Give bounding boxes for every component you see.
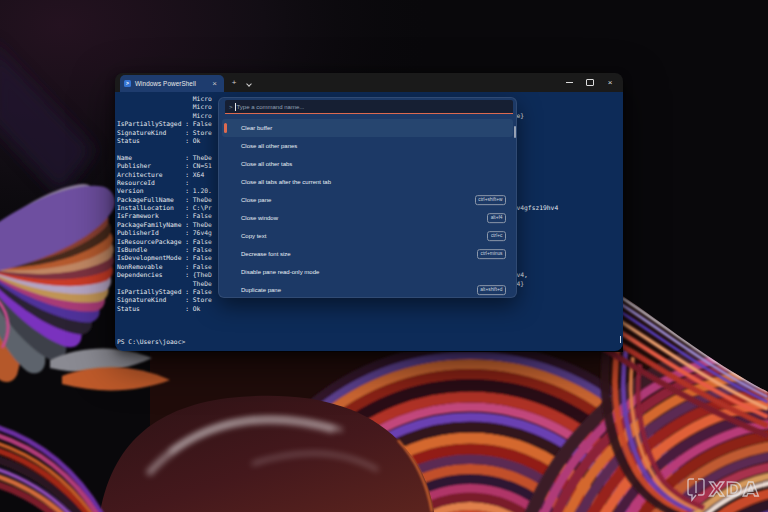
maximize-button[interactable]: [580, 73, 600, 92]
minimize-icon: [566, 82, 573, 83]
command-label: Close all tabs after the current tab: [241, 179, 331, 185]
terminal-line: [117, 322, 212, 330]
input-cursor: [235, 103, 236, 111]
command-label: Close all other panes: [241, 143, 297, 149]
minimize-button[interactable]: [559, 73, 579, 92]
shortcut-badge: ctrl+c: [487, 231, 506, 241]
terminal-line: SignatureKind : Store: [117, 129, 212, 137]
terminal-line: [117, 313, 212, 321]
terminal-line: IsDevelopmentMode : False: [117, 254, 212, 262]
terminal-line: [117, 330, 212, 338]
terminal-scrollbar-thumb[interactable]: [620, 336, 622, 343]
terminal-line: Dependencies : {TheD: [117, 271, 212, 279]
command-palette: > Type a command name... Clear bufferClo…: [218, 97, 517, 298]
command-item[interactable]: Clear buffer: [222, 119, 513, 137]
terminal-output: Micro Micro MicroIsPartiallyStaged : Fal…: [117, 95, 212, 347]
prompt-char: >: [229, 104, 233, 110]
shortcut-badge: alt+f4: [487, 213, 506, 223]
terminal-line: InstallLocation : C:\Pr: [117, 204, 212, 212]
terminal-line: PublisherId : 76v4g: [117, 229, 212, 237]
maximize-icon: [586, 79, 594, 87]
command-item[interactable]: Close all other tabs: [222, 155, 513, 173]
palette-scrollbar-thumb[interactable]: [514, 126, 516, 138]
command-list: Clear bufferClose all other panesClose a…: [222, 119, 513, 298]
terminal-line: Micro: [117, 95, 212, 103]
tab-dropdown-button[interactable]: [243, 73, 255, 92]
terminal-line: PS C:\Users\joaoc>: [117, 338, 212, 346]
chevron-down-icon: [246, 81, 252, 87]
terminal-line: Version : 1.20.: [117, 187, 212, 195]
command-label: Close window: [241, 215, 278, 221]
tab-title: Windows PowerShell: [135, 80, 196, 87]
terminal-line: PackageFamilyName : TheDe: [117, 221, 212, 229]
shortcut-badge: alt+shift+d: [477, 285, 506, 295]
terminal-content: Micro Micro MicroIsPartiallyStaged : Fal…: [115, 92, 623, 351]
command-item[interactable]: Copy textctrl+c: [222, 227, 513, 245]
command-input[interactable]: > Type a command name...: [225, 100, 513, 114]
terminal-line: IsFramework : False: [117, 212, 212, 220]
terminal-line: Architecture : X64: [117, 171, 212, 179]
command-item[interactable]: Close all tabs after the current tab: [222, 173, 513, 191]
title-bar: > Windows PowerShell × + ×: [115, 73, 623, 92]
terminal-line: [117, 145, 212, 153]
command-label: Clear buffer: [241, 125, 272, 131]
shortcut-badge: ctrl+shift+w: [475, 195, 506, 205]
terminal-line: ResourceId :: [117, 179, 212, 187]
terminal-window: > Windows PowerShell × + × Micro Micro M…: [115, 73, 623, 351]
command-label: Close all other tabs: [241, 161, 292, 167]
terminal-line: SignatureKind : Store: [117, 296, 212, 304]
terminal-line: IsPartiallyStaged : False: [117, 120, 212, 128]
command-label: Duplicate pane: [241, 287, 281, 293]
command-item[interactable]: Close all other panes: [222, 137, 513, 155]
input-placeholder: Type a command name...: [237, 104, 305, 110]
command-label: Copy text: [241, 233, 266, 239]
terminal-line: TheDe: [117, 280, 212, 288]
command-item[interactable]: Decrease font sizectrl+minus: [222, 245, 513, 263]
xda-watermark-text: XDA: [709, 477, 760, 501]
tab-close-icon[interactable]: ×: [212, 75, 217, 92]
terminal-line-overflow: v4,: [517, 271, 528, 279]
terminal-line-overflow: e}: [517, 112, 525, 120]
terminal-line: Name : TheDe: [117, 154, 212, 162]
command-item[interactable]: Close panectrl+shift+w: [222, 191, 513, 209]
terminal-line-overflow: v4gfsz19hv4: [517, 204, 559, 212]
tab-windows-powershell[interactable]: > Windows PowerShell ×: [120, 75, 224, 92]
terminal-line-overflow: 4}: [517, 280, 525, 288]
terminal-line: IsBundle : False: [117, 246, 212, 254]
terminal-line: Status : Ok: [117, 305, 212, 313]
command-label: Close pane: [241, 197, 271, 203]
command-label: Disable pane read-only mode: [241, 269, 319, 275]
terminal-line: PackageFullName : TheDe: [117, 196, 212, 204]
terminal-line: Micro: [117, 112, 212, 120]
terminal-line: NonRemovable : False: [117, 263, 212, 271]
shortcut-badge: ctrl+minus: [477, 249, 506, 259]
terminal-line: Publisher : CN=51: [117, 162, 212, 170]
close-button[interactable]: ×: [600, 73, 620, 92]
terminal-line: Status : Ok: [117, 137, 212, 145]
close-icon: ×: [608, 78, 613, 87]
new-tab-button[interactable]: +: [227, 73, 241, 92]
terminal-line: IsResourcePackage : False: [117, 238, 212, 246]
command-label: Decrease font size: [241, 251, 291, 257]
command-item[interactable]: Duplicate panealt+shift+d: [222, 281, 513, 298]
command-item[interactable]: Close windowalt+f4: [222, 209, 513, 227]
command-item[interactable]: Disable pane read-only mode: [222, 263, 513, 281]
terminal-line: IsPartiallyStaged : False: [117, 288, 212, 296]
selection-accent-bar: [224, 123, 227, 133]
powershell-icon: >: [124, 80, 131, 87]
xda-watermark: XDA: [686, 473, 760, 505]
terminal-line: Micro: [117, 103, 212, 111]
